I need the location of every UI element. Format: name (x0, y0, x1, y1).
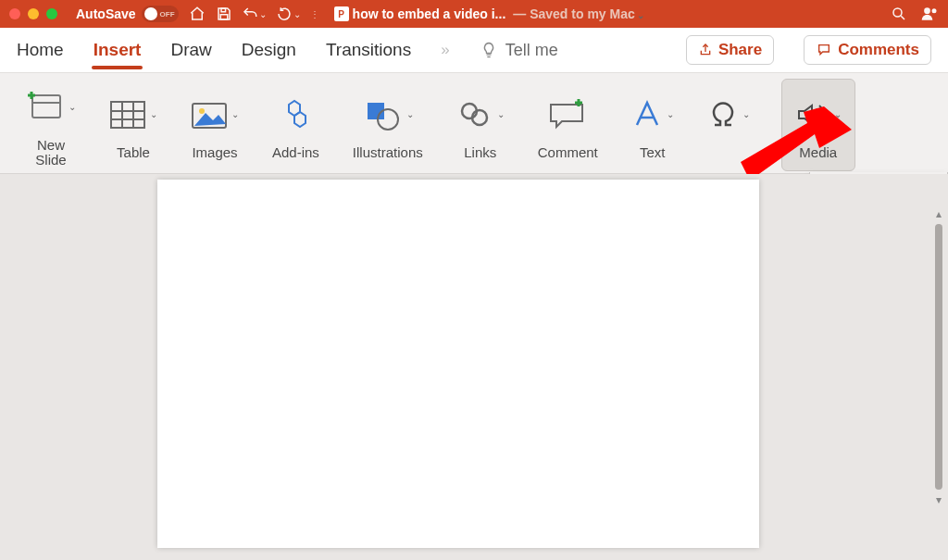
comment-button[interactable]: Comment (521, 79, 615, 171)
svg-rect-5 (32, 95, 60, 118)
share-button[interactable]: Share (686, 35, 774, 65)
powerpoint-badge-icon: P (334, 6, 349, 21)
text-caret[interactable]: ⌄ (667, 109, 674, 119)
svg-point-15 (199, 108, 205, 114)
search-icon[interactable] (891, 6, 907, 22)
share-icon (698, 43, 713, 57)
autosave-knob (144, 7, 157, 20)
slide-workspace: ▴ ▾ (0, 174, 948, 560)
scroll-thumb[interactable] (935, 224, 942, 490)
illustrations-icon (362, 99, 403, 131)
illustrations-caret[interactable]: ⌄ (406, 109, 414, 119)
tab-transitions[interactable]: Transitions (326, 40, 411, 60)
comments-button[interactable]: Comments (804, 35, 931, 65)
table-button[interactable]: ⌄ Table (93, 79, 174, 171)
tab-insert[interactable]: Insert (94, 40, 142, 60)
comments-label: Comments (838, 41, 919, 59)
media-button[interactable]: ⌄ Media (781, 79, 855, 171)
share-label: Share (718, 41, 762, 59)
svg-point-3 (924, 7, 930, 14)
document-title[interactable]: P how to embed a video i... — Saved to m… (334, 6, 644, 21)
autosave-state: OFF (160, 10, 175, 19)
window-controls (9, 8, 57, 19)
comment-icon (547, 99, 588, 131)
text-icon (631, 99, 663, 131)
home-icon[interactable] (188, 6, 206, 22)
autosave-switch[interactable]: OFF (142, 6, 179, 22)
svg-marker-17 (294, 112, 306, 127)
svg-point-2 (893, 8, 902, 17)
images-label: Images (192, 145, 237, 161)
links-caret[interactable]: ⌄ (497, 109, 505, 119)
slide-canvas[interactable] (157, 180, 759, 548)
autosave-label: AutoSave (76, 6, 136, 21)
redo-icon[interactable]: ⌄ (276, 6, 301, 22)
images-icon (191, 100, 228, 130)
comments-icon (816, 43, 832, 57)
tab-draw[interactable]: Draw (170, 40, 211, 60)
tab-home[interactable]: Home (17, 40, 64, 60)
text-button[interactable]: ⌄ Text (615, 79, 691, 171)
links-icon (456, 101, 493, 129)
omega-icon (707, 99, 739, 131)
scroll-down-icon[interactable]: ▾ (933, 493, 944, 506)
table-label: Table (117, 145, 150, 161)
ribbon-tabs: Home Insert Draw Design Transitions » Te… (0, 28, 948, 72)
autosave-toggle[interactable]: AutoSave OFF (76, 6, 179, 22)
titlebar: AutoSave OFF ⌄ ⌄ ⋮ P how to embed a vide… (0, 0, 948, 28)
new-slide-label: New Slide (35, 138, 66, 168)
illustrations-button[interactable]: ⌄ Illustrations (336, 79, 440, 171)
addins-button[interactable]: Add-ins (256, 79, 336, 171)
audio-icon (795, 100, 830, 130)
table-caret[interactable]: ⌄ (150, 109, 157, 119)
svg-rect-1 (220, 15, 228, 19)
links-button[interactable]: ⌄ Links (440, 79, 521, 171)
symbols-button[interactable]: ⌄ (691, 79, 776, 171)
minimize-window-button[interactable] (28, 8, 39, 19)
table-icon (109, 100, 146, 130)
scroll-up-icon[interactable]: ▴ (933, 207, 944, 220)
media-label: Media (799, 145, 837, 161)
images-caret[interactable]: ⌄ (231, 109, 239, 119)
redo-caret[interactable]: ⌄ (293, 9, 301, 19)
qat-divider: ⋮ (310, 9, 319, 19)
tell-me-label: Tell me (505, 41, 558, 60)
svg-point-4 (932, 8, 937, 13)
svg-rect-0 (221, 8, 226, 12)
doc-name-text: how to embed a video i... (353, 6, 506, 21)
svg-rect-9 (111, 102, 144, 128)
doc-status-caret[interactable]: ⌄ (637, 10, 644, 20)
media-caret[interactable]: ⌄ (834, 109, 842, 119)
undo-caret[interactable]: ⌄ (259, 9, 267, 19)
new-slide-icon (26, 92, 65, 123)
addins-icon (277, 99, 314, 131)
close-window-button[interactable] (9, 8, 20, 19)
tabs-overflow-icon[interactable]: » (441, 41, 449, 59)
text-label: Text (640, 145, 666, 161)
maximize-window-button[interactable] (46, 8, 57, 19)
account-icon[interactable] (920, 5, 939, 23)
illustrations-label: Illustrations (353, 145, 423, 161)
scroll-track[interactable] (935, 224, 942, 490)
addins-label: Add-ins (272, 145, 319, 161)
insert-ribbon: ⌄ New Slide ⌄ Table ⌄ Images (0, 72, 948, 174)
vertical-scrollbar[interactable]: ▴ ▾ (933, 207, 944, 506)
undo-icon[interactable]: ⌄ (242, 6, 267, 22)
doc-status: — Saved to my Mac⌄ (513, 6, 644, 21)
symbols-label (727, 145, 730, 161)
save-icon[interactable] (216, 6, 232, 22)
new-slide-button[interactable]: ⌄ New Slide (9, 79, 93, 171)
comment-label: Comment (538, 145, 598, 161)
tab-design[interactable]: Design (242, 40, 296, 60)
tell-me-search[interactable]: Tell me (480, 41, 558, 60)
lightbulb-icon (480, 41, 498, 59)
new-slide-caret[interactable]: ⌄ (69, 102, 76, 112)
links-label: Links (464, 145, 496, 161)
symbols-caret[interactable]: ⌄ (742, 109, 750, 119)
images-button[interactable]: ⌄ Images (174, 79, 256, 171)
